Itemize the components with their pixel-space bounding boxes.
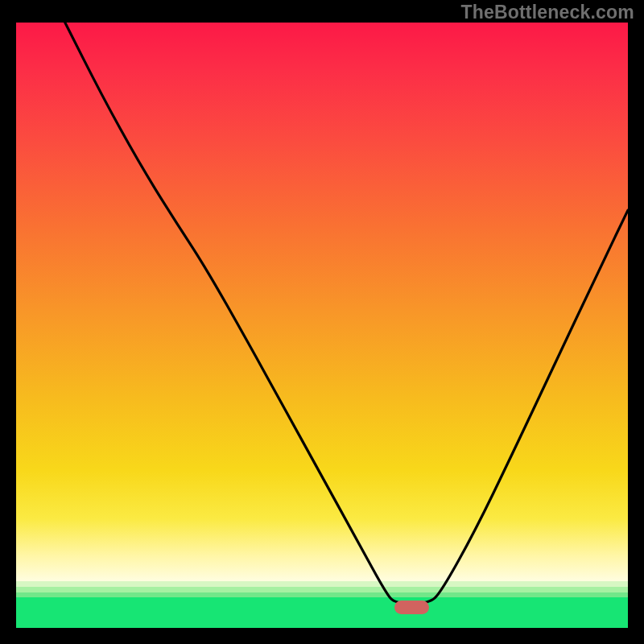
chart-frame: TheBottleneck.com [0, 0, 644, 644]
bottleneck-curve [16, 23, 628, 628]
watermark-text: TheBottleneck.com [460, 2, 634, 23]
optimal-point-marker [394, 601, 429, 614]
plot-area [16, 23, 628, 628]
